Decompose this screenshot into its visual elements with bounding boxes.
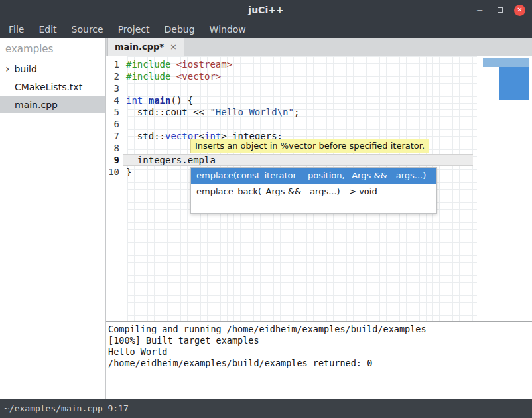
status-file-position: ~/examples/main.cpp 9:17 [4,403,129,413]
line-number: 1 [106,58,123,70]
tab-label: main.cpp* [115,42,164,52]
line-number: 4 [106,94,123,106]
code-line-2[interactable]: 2#include <vector> [106,70,532,82]
doc-tooltip: Inserts an object in %vector before spec… [190,139,429,153]
menu-item-file[interactable]: File [1,20,31,38]
code-line-3[interactable]: 3 [106,82,532,94]
project-name: examples [0,38,105,60]
tree-item-main.cpp[interactable]: main.cpp [0,96,105,113]
completion-popup: emplace(const_iterator __position, _Args… [190,167,437,214]
menu-item-window[interactable]: Window [202,20,253,38]
menu-item-edit[interactable]: Edit [31,20,64,38]
tree-item-build[interactable]: ›build [0,60,105,78]
code-line-text: #include <iostream> [123,58,473,70]
code-line-4[interactable]: 4int main() { [106,94,532,106]
completion-list: emplace(const_iterator __position, _Args… [191,168,436,200]
scrollbar-top[interactable] [483,58,529,67]
terminal-output: Compiling and running /home/eidheim/exam… [106,322,532,399]
tree-item-label: build [14,64,36,74]
menu-item-source[interactable]: Source [64,20,111,38]
completion-item[interactable]: emplace(const_iterator __position, _Args… [191,168,436,184]
title-bar[interactable]: juCi++ − ✕ [0,0,532,20]
tree-item-label: main.cpp [15,100,58,110]
terminal-line: Hello World [108,346,532,358]
tab-main-cpp[interactable]: main.cpp* × [107,38,184,56]
code-editor[interactable]: 1#include <iostream>2#include <vector>34… [106,56,532,321]
code-lines: 1#include <iostream>2#include <vector>34… [106,58,532,178]
editor-pane: main.cpp* × 1#include <iostream>2#includ… [106,38,532,399]
menu-bar: FileEditSourceProjectDebugWindow [0,20,532,38]
minimize-button[interactable]: − [474,5,486,16]
code-line-5[interactable]: 5 std::cout << "Hello World\n"; [106,106,532,118]
text-cursor [216,155,216,165]
tree-item-label: CMakeLists.txt [15,82,82,92]
line-number: 10 [106,166,123,178]
app-window: juCi++ − ✕ FileEditSourceProjectDebugWin… [0,0,532,418]
line-number: 5 [106,106,123,118]
file-tree: ›buildCMakeLists.txtmain.cpp [0,60,105,113]
line-number: 7 [106,130,123,142]
terminal-line: Compiling and running /home/eidheim/exam… [108,324,532,335]
code-line-text: int main() { [123,94,473,106]
line-number: 9 [106,154,123,166]
code-line-text: std::cout << "Hello World\n"; [123,106,473,118]
completion-item[interactable]: emplace_back(_Args &&__args...) --> void [191,184,436,200]
code-line-text: #include <vector> [123,70,473,82]
code-line-text [123,82,473,94]
code-line-6[interactable]: 6 [106,118,532,130]
line-number: 6 [106,118,123,130]
scrollbar-thumb[interactable] [499,67,529,100]
terminal-line: /home/eidheim/examples/build/examples re… [108,358,532,369]
terminal-line: [100%] Built target examples [108,335,532,346]
window-controls: − ✕ [471,5,532,16]
code-line-1[interactable]: 1#include <iostream> [106,58,532,70]
status-bar: ~/examples/main.cpp 9:17 [0,399,532,418]
menu-item-project[interactable]: Project [111,20,157,38]
main-content: examples ›buildCMakeLists.txtmain.cpp ma… [0,38,532,399]
line-number: 2 [106,70,123,82]
line-number: 8 [106,142,123,154]
tab-close-icon[interactable]: × [170,42,177,52]
tab-bar: main.cpp* × [106,38,532,56]
expander-icon[interactable]: › [5,64,9,74]
line-number: 3 [106,82,123,94]
maximize-button[interactable] [494,5,505,16]
code-line-9[interactable]: 9 integers.empla [106,154,532,166]
menu-item-debug[interactable]: Debug [157,20,202,38]
sidebar: examples ›buildCMakeLists.txtmain.cpp [0,38,106,399]
window-title: juCi++ [61,5,471,15]
tree-item-cmakelists.txt[interactable]: CMakeLists.txt [0,78,105,96]
code-line-text [123,118,473,130]
maximize-icon [498,7,503,13]
close-button[interactable]: ✕ [514,5,525,16]
code-line-text: integers.empla [123,154,473,166]
